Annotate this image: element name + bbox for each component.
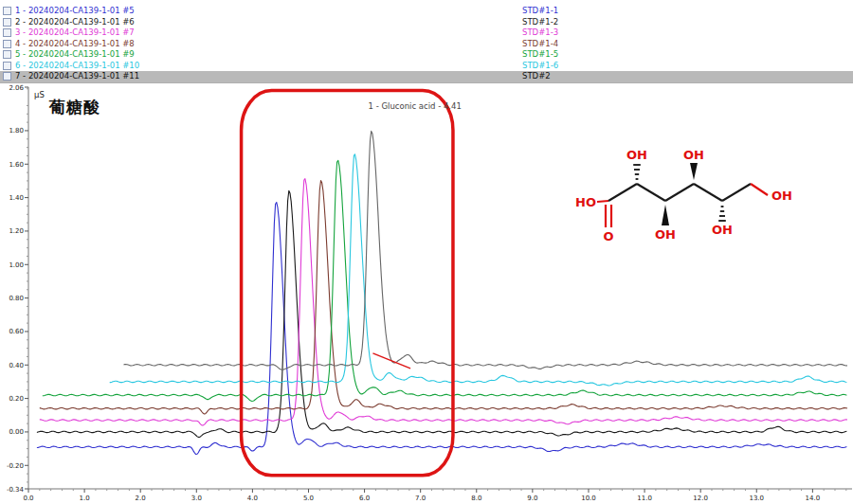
analyte-name-cn: 葡糖酸 <box>49 97 100 118</box>
x-tick-label: 13.0 <box>749 495 764 502</box>
chromatogram-file-icon <box>3 40 11 48</box>
carbonyl-o-label: O <box>603 229 613 243</box>
x-tick-label: 7.0 <box>415 495 426 502</box>
x-tick-label: 4.0 <box>247 495 258 502</box>
bond <box>694 184 722 201</box>
x-tick-label: 12.0 <box>693 495 708 502</box>
y-tick-label: 0.60 <box>9 328 24 335</box>
sample-name: 2 - 20240204-CA139-1-01 #6 <box>15 17 522 28</box>
bond <box>665 184 694 201</box>
solid-wedge <box>662 205 669 225</box>
y-tick-label: 0.80 <box>9 295 24 302</box>
sample-standard-label: STD#2 <box>522 71 853 82</box>
ho-label: HO <box>575 195 596 209</box>
x-tick-label: 8.0 <box>471 495 481 502</box>
x-tick-label: 10.0 <box>581 495 596 502</box>
chromatogram-file-icon <box>3 18 11 27</box>
x-tick-label: 14.0 <box>806 495 821 502</box>
sample-standard-label: STD#1-3 <box>522 27 853 39</box>
sample-standard-label: STD#1-2 <box>522 17 853 28</box>
oh-label: OH <box>771 189 792 203</box>
y-tick-label: 0.00 <box>9 428 24 436</box>
sample-name: 5 - 20240204-CA139-1-01 #9 <box>15 49 522 61</box>
oh-label: OH <box>626 148 647 162</box>
injection-legend: 1 - 20240204-CA139-1-01 #5 STD#1-1 2 - 2… <box>0 0 853 83</box>
chromatogram-file-icon <box>3 28 11 37</box>
y-tick-label: 1.60 <box>9 161 24 169</box>
y-tick-label: -0.34 <box>7 486 25 494</box>
oh-label: OH <box>712 223 733 237</box>
solid-wedge <box>690 163 698 180</box>
sample-row-selected[interactable]: 7 - 20240204-CA139-1-01 #11 STD#2 <box>0 71 853 82</box>
peak-label: 1 - Gluconic acid - 4.41 <box>369 101 462 111</box>
x-tick-label: 1.0 <box>80 495 90 502</box>
y-tick-label: -0.20 <box>7 462 24 470</box>
x-tick-label: 0.0 <box>23 495 33 502</box>
chromatogram-file-icon <box>3 72 11 81</box>
sample-row[interactable]: 4 - 20240204-CA139-1-01 #8 STD#1-4 <box>0 39 853 50</box>
y-tick-label: 1.80 <box>9 127 24 135</box>
chromatography-app: { "legend": { "items": [ {"name": "1 - 2… <box>0 0 853 504</box>
x-tick-label: 9.0 <box>527 495 537 502</box>
x-tick-label: 3.0 <box>191 495 202 502</box>
x-tick-label: 11.0 <box>637 495 652 502</box>
chromatogram-plot[interactable]: 2.061.801.601.401.201.000.800.600.400.20… <box>0 83 853 504</box>
sample-standard-label: STD#1-4 <box>522 39 853 50</box>
sample-name: 6 - 20240204-CA139-1-01 #10 <box>15 61 522 72</box>
y-tick-label: 1.00 <box>9 261 24 269</box>
bond <box>597 201 608 202</box>
sample-standard-label: STD#1-1 <box>522 6 853 17</box>
sample-name: 3 - 20240204-CA139-1-01 #7 <box>15 27 522 39</box>
gluconic-acid-structure: HO O OH OH OH OH OH <box>565 142 830 265</box>
y-unit-label: µS <box>34 90 45 99</box>
y-tick-label: 2.06 <box>9 84 24 92</box>
sample-row[interactable]: 2 - 20240204-CA139-1-01 #6 STD#1-2 <box>0 17 853 28</box>
sample-row[interactable]: 5 - 20240204-CA139-1-01 #9 STD#1-5 <box>0 49 853 61</box>
x-tick-label: 2.0 <box>136 495 146 502</box>
sample-standard-label: STD#1-5 <box>522 49 853 61</box>
sample-row[interactable]: 6 - 20240204-CA139-1-01 #10 STD#1-6 <box>0 61 853 72</box>
sample-name: 1 - 20240204-CA139-1-01 #5 <box>15 6 522 17</box>
y-tick-label: 1.20 <box>9 227 24 235</box>
oh-label: OH <box>655 227 676 242</box>
sample-name: 4 - 20240204-CA139-1-01 #8 <box>15 39 522 50</box>
bond <box>751 184 768 195</box>
oh-label: OH <box>683 148 704 162</box>
sample-row[interactable]: 1 - 20240204-CA139-1-01 #5 STD#1-1 <box>0 6 853 17</box>
y-tick-label: 0.40 <box>9 362 24 369</box>
y-tick-label: 0.20 <box>9 395 24 403</box>
bond <box>608 184 637 201</box>
sample-standard-label: STD#1-6 <box>522 61 853 72</box>
x-tick-label: 6.0 <box>359 495 370 502</box>
sample-name: 7 - 20240204-CA139-1-01 #11 <box>15 71 522 82</box>
bond <box>722 184 751 201</box>
y-tick-label: 1.40 <box>9 194 24 202</box>
bond <box>637 184 665 201</box>
x-tick-label: 5.0 <box>303 495 314 502</box>
chromatogram-file-icon <box>3 50 11 59</box>
chromatogram-file-icon <box>3 7 11 15</box>
sample-row[interactable]: 3 - 20240204-CA139-1-01 #7 STD#1-3 <box>0 27 853 39</box>
chromatogram-file-icon <box>3 62 11 70</box>
